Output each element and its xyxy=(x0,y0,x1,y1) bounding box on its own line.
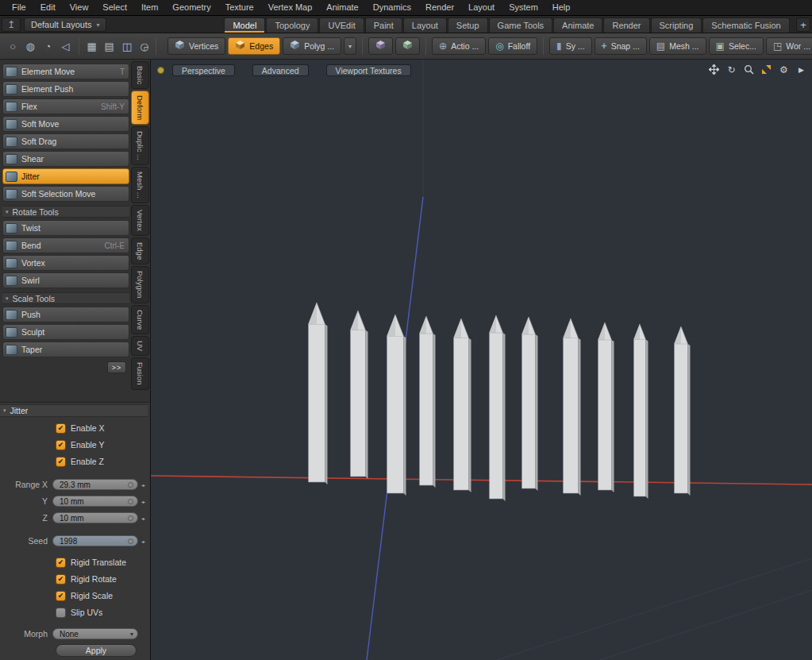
mini-slider-arrows-icon[interactable]: ◂▸ xyxy=(138,538,148,544)
selection-set-button[interactable]: ▣ Selec... xyxy=(709,37,764,55)
mode-polygons-button[interactable]: Polyg ... xyxy=(283,37,341,55)
viewport-type-button[interactable]: Perspective xyxy=(172,64,235,76)
rigid-scale-checkbox[interactable]: ✔ xyxy=(56,591,66,601)
tool-jitter[interactable]: Jitter xyxy=(2,168,129,184)
vtab-fusion[interactable]: Fusion xyxy=(131,357,149,390)
layout-tab-setup[interactable]: Setup xyxy=(448,17,488,33)
expand-panel-button[interactable]: >> xyxy=(107,361,126,373)
orbit-icon[interactable]: ↻ xyxy=(725,64,737,75)
instance-tool-button[interactable]: ◫ xyxy=(119,37,135,55)
mini-dial-icon[interactable] xyxy=(128,482,133,488)
scale-tools-header[interactable]: ▾ Scale Tools xyxy=(2,292,129,304)
menu-edit[interactable]: Edit xyxy=(33,0,63,15)
enable-y-label[interactable]: Enable Y xyxy=(71,440,104,450)
mini-slider-arrows-icon[interactable]: ◂▸ xyxy=(138,499,148,504)
seed-field[interactable]: 1998 xyxy=(52,535,138,546)
falloff-button[interactable]: ◎ Falloff xyxy=(488,37,537,55)
mini-slider-arrows-icon[interactable]: ◂▸ xyxy=(138,482,148,488)
tool-element-push[interactable]: Element Push xyxy=(2,81,129,97)
vtab-uv[interactable]: UV xyxy=(131,336,149,356)
rotate-tools-header[interactable]: ▾ Rotate Tools xyxy=(2,206,129,218)
tool-sculpt[interactable]: Sculpt xyxy=(2,324,129,340)
tool-soft-drag[interactable]: Soft Drag xyxy=(2,133,129,149)
layout-tab-layout[interactable]: Layout xyxy=(403,17,447,33)
action-center-button[interactable]: ⊕ Actio ... xyxy=(432,37,486,55)
zoom-icon[interactable] xyxy=(743,64,755,75)
snap-button[interactable]: + Snap ... xyxy=(595,37,647,55)
menu-help[interactable]: Help xyxy=(545,0,578,15)
layout-tab-game-tools[interactable]: Game Tools xyxy=(489,17,553,33)
properties-header[interactable]: ▾ Jitter xyxy=(0,404,148,417)
mini-dial-icon[interactable] xyxy=(128,538,133,544)
mode-vertices-button[interactable]: Vertices xyxy=(167,37,225,55)
mini-dial-icon[interactable] xyxy=(128,499,133,504)
vtab-polygon[interactable]: Polygon xyxy=(131,266,149,303)
layout-tab-animate[interactable]: Animate xyxy=(553,17,602,33)
range-y-field[interactable]: 10 mm xyxy=(52,496,138,507)
layout-tab-topology[interactable]: Topology xyxy=(266,17,318,33)
tool-push[interactable]: Push xyxy=(2,307,129,322)
tool-flex[interactable]: Flex Shift-Y xyxy=(2,98,129,114)
menu-render[interactable]: Render xyxy=(418,0,461,15)
layout-tab-scripting[interactable]: Scripting xyxy=(651,17,702,33)
mirror-tool-button[interactable]: ▦ xyxy=(84,37,100,55)
viewport-shading-button[interactable]: Advanced xyxy=(252,64,309,76)
tool-vortex[interactable]: Vortex xyxy=(2,255,129,271)
sphere-tool-button[interactable]: ◍ xyxy=(22,37,38,55)
radial-tool-button[interactable]: ◶ xyxy=(137,37,152,55)
vtab-edge[interactable]: Edge xyxy=(131,237,149,264)
menu-file[interactable]: File xyxy=(5,0,33,15)
layout-tab-uvedit[interactable]: UVEdit xyxy=(319,17,364,33)
menu-dynamics[interactable]: Dynamics xyxy=(366,0,418,15)
layout-tab-schematic-fusion[interactable]: Schematic Fusion xyxy=(702,17,789,33)
layouts-menu-icon[interactable]: ↥ xyxy=(2,17,21,32)
ellipse-tool-button[interactable]: ○ xyxy=(5,37,21,55)
menu-geometry[interactable]: Geometry xyxy=(165,0,217,15)
layout-selector[interactable]: Default Layouts ▾ xyxy=(24,17,106,32)
add-layout-button[interactable]: + xyxy=(796,17,810,32)
rigid-scale-label[interactable]: Rigid Scale xyxy=(71,591,113,600)
menu-layout[interactable]: Layout xyxy=(461,0,502,15)
layout-tab-paint[interactable]: Paint xyxy=(365,17,402,33)
pen-tool-button[interactable]: ◔ xyxy=(40,37,56,55)
morph-dropdown[interactable]: None ▾ xyxy=(52,628,138,639)
layout-tab-render[interactable]: Render xyxy=(603,17,649,33)
menu-view[interactable]: View xyxy=(63,0,96,15)
array-tool-button[interactable]: ▤ xyxy=(102,37,117,55)
enable-z-checkbox[interactable]: ✔ xyxy=(56,457,66,467)
tool-bend[interactable]: Bend Ctrl-E xyxy=(2,237,129,253)
menu-item[interactable]: Item xyxy=(134,0,165,15)
rigid-rotate-checkbox[interactable]: ✔ xyxy=(56,574,66,585)
menu-vertex-map[interactable]: Vertex Map xyxy=(261,0,320,15)
apply-button[interactable]: Apply xyxy=(56,644,137,657)
expand-options-icon[interactable]: ▶ xyxy=(795,64,807,75)
settings-gear-icon[interactable]: ⚙ xyxy=(778,64,790,75)
vtab-mesh[interactable]: Mesh ... xyxy=(131,167,149,203)
viewport-3d[interactable]: Perspective Advanced Viewport Textures ↻… xyxy=(151,60,812,660)
enable-z-label[interactable]: Enable Z xyxy=(71,457,104,466)
mesh-constraints-button[interactable]: ▤ Mesh ... xyxy=(649,37,706,55)
viewport-textures-button[interactable]: Viewport Textures xyxy=(326,64,411,76)
enable-x-label[interactable]: Enable X xyxy=(71,423,105,433)
menu-system[interactable]: System xyxy=(502,0,545,15)
curve-tool-button[interactable]: ◁ xyxy=(57,37,73,55)
vtab-deform[interactable]: Deform xyxy=(131,91,149,125)
maximize-icon[interactable] xyxy=(760,64,772,75)
center-mode-button[interactable] xyxy=(395,37,420,55)
symmetry-button[interactable]: ▮ Sy ... xyxy=(549,37,592,55)
rigid-translate-checkbox[interactable]: ✔ xyxy=(56,558,66,568)
enable-y-checkbox[interactable]: ✔ xyxy=(56,440,66,450)
tool-element-move[interactable]: Element Move T xyxy=(2,64,129,79)
mini-dial-icon[interactable] xyxy=(128,515,133,521)
menu-animate[interactable]: Animate xyxy=(319,0,365,15)
mode-edges-button[interactable]: Edges xyxy=(228,37,280,55)
mini-slider-arrows-icon[interactable]: ◂▸ xyxy=(138,515,148,521)
vtab-vertex[interactable]: Vertex xyxy=(131,205,149,236)
tool-soft-selection-move[interactable]: Soft Selection Move xyxy=(2,186,129,202)
range-x-field[interactable]: 29.3 mm xyxy=(52,479,138,490)
viewport-status-dot[interactable] xyxy=(157,67,164,74)
layout-tab-model[interactable]: Model xyxy=(224,17,265,33)
vtab-basic[interactable]: Basic xyxy=(131,61,149,89)
tool-twist[interactable]: Twist xyxy=(2,220,129,236)
vtab-curve[interactable]: Curve xyxy=(131,305,149,334)
